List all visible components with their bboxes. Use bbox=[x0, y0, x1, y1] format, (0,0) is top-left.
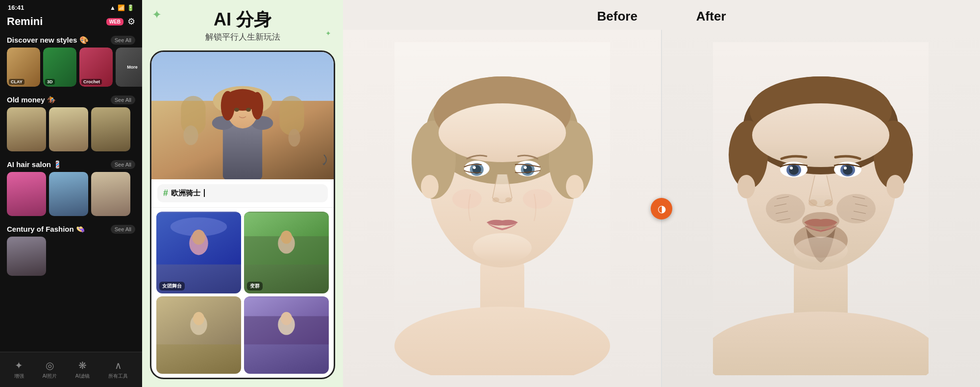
svg-point-64 bbox=[886, 175, 904, 198]
discover-see-all[interactable]: See All bbox=[111, 36, 135, 45]
hero-svg bbox=[151, 52, 334, 179]
bottom-item-ai-filter[interactable]: ❋ AI滤镜 bbox=[75, 360, 90, 380]
hair-salon-header: AI hair salon 💈 See All bbox=[0, 156, 142, 172]
middle-panel: ✦ ✦ AI 分身 解锁平行人生新玩法 bbox=[142, 0, 343, 387]
card-4-image bbox=[244, 296, 329, 345]
before-label: Before bbox=[567, 9, 666, 24]
grid-card-1[interactable]: 女团舞台 bbox=[156, 212, 241, 294]
grid-card-3[interactable] bbox=[156, 296, 241, 374]
style-item-crochet[interactable]: Crochet bbox=[79, 48, 113, 87]
svg-point-41 bbox=[439, 103, 566, 162]
svg-rect-4 bbox=[279, 96, 304, 135]
divider-handle[interactable]: ◑ bbox=[651, 198, 672, 219]
3d-label: 3D bbox=[45, 79, 55, 85]
app-header: Remini WEB ⚙ bbox=[0, 13, 142, 32]
style-item-more[interactable]: More bbox=[116, 48, 142, 87]
old-money-see-all[interactable]: See All bbox=[111, 96, 135, 104]
signal-icon: 📶 bbox=[118, 4, 125, 11]
ai-photo-icon: ◎ bbox=[46, 360, 54, 371]
hair-salon-see-all[interactable]: See All bbox=[111, 160, 135, 169]
grid-card-2[interactable]: 变群 bbox=[244, 212, 329, 294]
svg-point-74 bbox=[808, 199, 817, 206]
all-tools-label: 所有工具 bbox=[108, 373, 128, 380]
svg-point-79 bbox=[836, 194, 876, 223]
ai-filter-label: AI滤镜 bbox=[75, 373, 90, 380]
enhance-label: 增强 bbox=[14, 373, 24, 380]
before-after-header: Before After bbox=[343, 0, 980, 30]
mockup-grid: 女团舞台 变群 bbox=[151, 208, 334, 378]
hash-icon: # bbox=[163, 188, 168, 198]
ai-filter-icon: ❋ bbox=[78, 360, 87, 371]
old-money-item-1[interactable] bbox=[7, 107, 46, 151]
discover-row: CLAY 3D Crochet More bbox=[0, 48, 142, 92]
hair-salon-title: AI hair salon 💈 bbox=[7, 160, 62, 169]
card-3-image bbox=[156, 296, 241, 345]
hair-item-1[interactable] bbox=[7, 172, 46, 216]
enhance-icon: ✦ bbox=[15, 360, 23, 371]
fashion-see-all[interactable]: See All bbox=[111, 225, 135, 234]
bottom-item-ai-photo[interactable]: ◎ AI照片 bbox=[43, 360, 57, 380]
mockup-input-area: # 欧洲骑士 bbox=[151, 179, 334, 208]
compare-icon: ◑ bbox=[658, 203, 666, 215]
svg-point-12 bbox=[221, 91, 235, 120]
svg-point-23 bbox=[281, 230, 292, 243]
card-2-label: 变群 bbox=[247, 282, 263, 290]
svg-point-26 bbox=[193, 312, 204, 325]
status-bar: 16:41 ▲ 📶 🔋 bbox=[0, 0, 142, 13]
svg-point-5 bbox=[183, 125, 198, 145]
svg-point-30 bbox=[281, 312, 292, 325]
phone-mockup: # 欧洲骑士 bbox=[150, 50, 335, 379]
ai-photo-label: AI照片 bbox=[43, 373, 57, 380]
after-label: After bbox=[667, 9, 756, 24]
hair-item-3[interactable] bbox=[91, 172, 130, 216]
more-label: More bbox=[127, 65, 138, 70]
old-money-item-2[interactable] bbox=[49, 107, 88, 151]
bottom-item-enhance[interactable]: ✦ 增强 bbox=[14, 360, 24, 380]
gear-icon[interactable]: ⚙ bbox=[127, 16, 135, 27]
svg-point-52 bbox=[452, 189, 482, 209]
hair-item-2[interactable] bbox=[49, 172, 88, 216]
svg-point-75 bbox=[824, 199, 833, 206]
cursor bbox=[204, 189, 205, 197]
svg-point-51 bbox=[505, 197, 512, 202]
wifi-icon: ▲ bbox=[110, 4, 116, 11]
male-face-svg bbox=[713, 42, 929, 375]
svg-point-45 bbox=[473, 166, 476, 169]
scroll-content[interactable]: Discover new styles 🎨 See All CLAY 3D Cr… bbox=[0, 32, 142, 387]
input-text: 欧洲骑士 bbox=[171, 189, 200, 198]
phone-panel: 16:41 ▲ 📶 🔋 Remini WEB ⚙ Discover new st… bbox=[0, 0, 142, 387]
svg-point-13 bbox=[251, 92, 263, 119]
web-badge[interactable]: WEB bbox=[106, 18, 123, 25]
right-panel: Before After bbox=[343, 0, 980, 387]
hair-salon-row bbox=[0, 172, 142, 221]
card-2-image bbox=[244, 212, 329, 266]
female-face-svg bbox=[394, 42, 610, 375]
svg-point-72 bbox=[843, 165, 853, 175]
svg-point-39 bbox=[421, 175, 439, 198]
face-before bbox=[343, 30, 662, 387]
battery-icon: 🔋 bbox=[127, 4, 134, 11]
grid-card-4[interactable] bbox=[244, 296, 329, 374]
app-title: Remini bbox=[7, 15, 43, 28]
svg-point-49 bbox=[524, 166, 527, 169]
fashion-item-1[interactable] bbox=[7, 237, 46, 276]
style-item-clay[interactable]: CLAY bbox=[7, 48, 40, 87]
fashion-title: Century of Fashion 👒 bbox=[7, 225, 85, 234]
middle-title: AI 分身 bbox=[150, 10, 335, 29]
clay-label: CLAY bbox=[9, 79, 24, 85]
svg-point-63 bbox=[737, 175, 755, 198]
mockup-input-box[interactable]: # 欧洲骑士 bbox=[157, 184, 328, 202]
svg-point-53 bbox=[523, 189, 552, 209]
svg-point-78 bbox=[766, 194, 805, 223]
old-money-item-3[interactable] bbox=[91, 107, 130, 151]
crochet-label: Crochet bbox=[81, 79, 102, 85]
svg-point-50 bbox=[492, 197, 499, 202]
svg-point-88 bbox=[794, 237, 848, 264]
style-item-3d[interactable]: 3D bbox=[43, 48, 76, 87]
middle-subtitle: 解锁平行人生新玩法 bbox=[150, 31, 335, 43]
card-1-label: 女团舞台 bbox=[159, 282, 185, 290]
svg-point-19 bbox=[192, 229, 205, 244]
bottom-item-all-tools[interactable]: ∧ 所有工具 bbox=[108, 360, 128, 380]
svg-point-14 bbox=[234, 108, 239, 112]
bottom-bar: ✦ 增强 ◎ AI照片 ❋ AI滤镜 ∧ 所有工具 bbox=[0, 352, 142, 387]
